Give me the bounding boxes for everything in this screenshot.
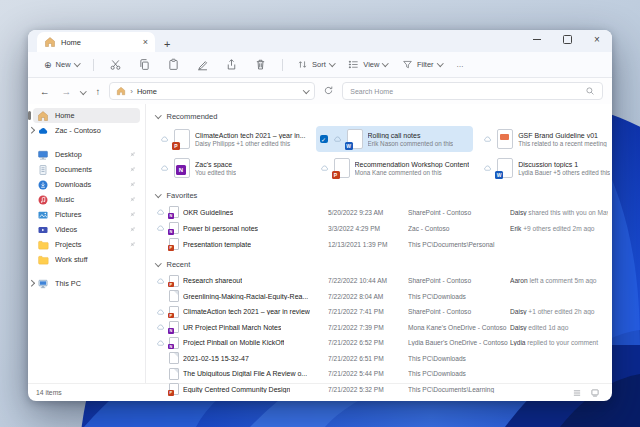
- file-date: 7/22/2022 8:04 AM: [328, 293, 408, 300]
- downloads-icon: [37, 179, 49, 191]
- sidebar-item-documents[interactable]: Documents: [33, 162, 140, 177]
- sidebar-item-pictures[interactable]: Pictures: [33, 207, 140, 222]
- close-button[interactable]: ×: [582, 30, 612, 49]
- more-icon: …: [456, 60, 464, 69]
- file-activity: Daisy edited 1d ago: [510, 324, 608, 331]
- pin-icon: [129, 166, 136, 173]
- sort-button[interactable]: Sort: [291, 56, 340, 73]
- file-location: This PC\Downloads: [408, 355, 510, 362]
- cut-button[interactable]: [102, 55, 129, 74]
- file-row[interactable]: PResearch shareout 7/22/2022 10:44 AM Sh…: [156, 273, 608, 289]
- file-row[interactable]: 2021-02-15 15-32-47 7/21/2022 6:51 PM Th…: [156, 351, 608, 367]
- pin-icon: [129, 211, 136, 218]
- file-activity: Daisy Philipps +1 other edited this: [195, 140, 306, 147]
- recent-locations-button[interactable]: [80, 88, 86, 94]
- rename-button[interactable]: [189, 55, 216, 74]
- breadcrumb: Home: [137, 87, 300, 96]
- toolbar-divider: [93, 59, 94, 71]
- copy-button[interactable]: [131, 55, 158, 74]
- search-box[interactable]: [342, 82, 603, 100]
- file-row[interactable]: NPower bi personal notes 3/3/2022 4:29 P…: [156, 220, 608, 236]
- recommended-card[interactable]: N Zac's spaceYou edited this: [156, 155, 310, 181]
- file-row[interactable]: NProject Pinball on Mobile KickOff 7/21/…: [156, 335, 608, 351]
- powerpoint-file-icon: P: [169, 275, 179, 287]
- chevron-down-icon: [329, 60, 335, 66]
- search-icon: [585, 86, 595, 96]
- paste-button[interactable]: [160, 55, 187, 74]
- sort-icon: [297, 59, 308, 70]
- file-row[interactable]: PPresentation template 12/13/2021 1:39 P…: [156, 236, 608, 252]
- recommended-card-selected[interactable]: ✓ W Rolling call notesErik Nason comment…: [316, 126, 474, 152]
- file-row[interactable]: NOKR Guidelines 5/20/2022 9:23 AM ShareP…: [156, 204, 608, 220]
- new-button[interactable]: ⊕ New: [38, 57, 85, 73]
- onenote-file-icon: N: [169, 321, 179, 333]
- paste-icon: [167, 58, 180, 71]
- address-dropdown-icon[interactable]: [303, 87, 309, 93]
- sidebar-separator: [28, 267, 145, 276]
- section-header-recommended[interactable]: Recommended: [156, 110, 608, 123]
- sidebar-item-music[interactable]: Music: [33, 192, 140, 207]
- file-activity: Lydia replied to your comment: [510, 339, 608, 346]
- tab-close-icon[interactable]: ×: [143, 38, 148, 47]
- sidebar-item-videos[interactable]: Videos: [33, 222, 140, 237]
- file-title: GSF Brand Guideline v01: [518, 132, 607, 139]
- section-header-favorites[interactable]: Favorites: [156, 189, 608, 202]
- file-row[interactable]: PClimateAction tech 2021 – year in revie…: [156, 304, 608, 320]
- minimize-button[interactable]: [522, 30, 552, 49]
- file-row[interactable]: NUR Project Pinball March Notes 7/21/202…: [156, 320, 608, 336]
- folder-icon: [37, 239, 49, 251]
- rename-icon: [196, 58, 209, 71]
- recommended-card[interactable]: W Discussion topics 1Lydia Bauer +5 othe…: [479, 155, 612, 181]
- file-date: 7/21/2022 6:52 PM: [328, 339, 408, 346]
- onenote-file-icon: N: [169, 337, 179, 349]
- file-row[interactable]: The Ubiquitous Digital File A Review o..…: [156, 366, 608, 382]
- sidebar-item-work-stuff[interactable]: Work stuff: [33, 252, 140, 267]
- expand-chevron-icon[interactable]: [28, 280, 34, 286]
- recommended-card[interactable]: GSF Brand Guideline v01This related to a…: [479, 126, 612, 152]
- address-bar[interactable]: › Home: [109, 82, 315, 100]
- large-icons-view-icon[interactable]: [590, 388, 600, 398]
- document-file-icon: [169, 290, 179, 302]
- powerpoint-file-icon: P: [334, 158, 350, 178]
- tab-home[interactable]: Home ×: [37, 32, 155, 52]
- expand-chevron-icon[interactable]: [28, 127, 34, 133]
- file-date: 3/3/2022 4:29 PM: [328, 225, 408, 232]
- checkbox-checked-icon[interactable]: ✓: [320, 135, 328, 143]
- refresh-button[interactable]: [321, 81, 336, 101]
- details-view-icon[interactable]: [572, 388, 582, 398]
- maximize-button[interactable]: [552, 30, 582, 49]
- search-input[interactable]: [350, 88, 580, 95]
- forward-button[interactable]: →: [59, 85, 75, 98]
- share-button[interactable]: [218, 55, 245, 74]
- recommended-card[interactable]: P ClimateAction tech 2021 – year in...Da…: [156, 126, 310, 152]
- recommended-cards: P ClimateAction tech 2021 – year in...Da…: [156, 126, 608, 181]
- up-button[interactable]: ↑: [93, 85, 104, 98]
- new-tab-button[interactable]: +: [155, 38, 179, 52]
- delete-button[interactable]: [247, 55, 274, 74]
- titlebar-drag-area[interactable]: [179, 30, 522, 52]
- tab-bar: Home × + ×: [28, 30, 612, 52]
- sidebar-item-projects[interactable]: Projects: [33, 237, 140, 252]
- sidebar-item-home[interactable]: Home: [33, 108, 140, 123]
- sidebar-item-downloads[interactable]: Downloads: [33, 177, 140, 192]
- file-date: 7/21/2022 5:44 PM: [328, 370, 408, 377]
- view-button[interactable]: View: [342, 56, 394, 73]
- file-name: Power bi personal notes: [183, 225, 258, 232]
- filter-icon: [402, 59, 413, 70]
- filter-button[interactable]: Filter: [396, 56, 448, 73]
- sidebar-item-this-pc[interactable]: This PC: [33, 276, 140, 291]
- file-name: 2021-02-15 15-32-47: [183, 355, 249, 362]
- recommended-card[interactable]: P Recommendation Workshop ContentMona Ka…: [316, 155, 474, 181]
- sidebar-item-onedrive[interactable]: Zac - Contoso: [33, 123, 140, 138]
- onedrive-icon: [37, 125, 49, 137]
- file-name: Research shareout: [183, 277, 242, 284]
- file-row[interactable]: Greenlining-Making-Racial-Equity-Rea... …: [156, 289, 608, 305]
- see-more-button[interactable]: …: [450, 57, 470, 72]
- sidebar-item-desktop[interactable]: Desktop: [33, 147, 140, 162]
- word-file-icon: W: [497, 158, 513, 178]
- minimize-icon: [533, 39, 541, 40]
- powerpoint-file-icon: P: [169, 306, 179, 318]
- back-button[interactable]: ←: [37, 85, 53, 98]
- file-location: This PC\Downloads: [408, 293, 510, 300]
- section-header-recent[interactable]: Recent: [156, 258, 608, 271]
